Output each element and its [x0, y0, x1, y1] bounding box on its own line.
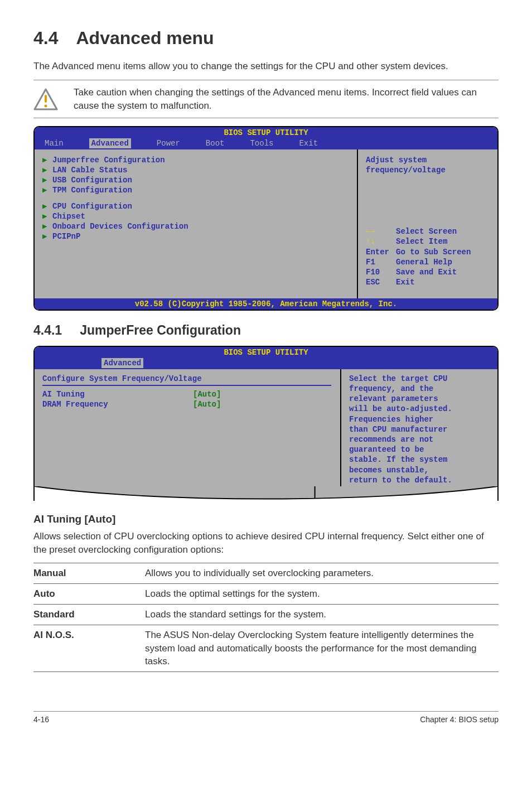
play-icon: ▶ — [42, 221, 50, 231]
key-desc: Go to Sub Screen — [396, 248, 471, 257]
bios-copyright: v02.58 (C)Copyright 1985-2006, American … — [35, 298, 497, 310]
opt-val: Allows you to individually set overclock… — [145, 563, 499, 584]
caution-text: Take caution when changing the settings … — [74, 86, 499, 113]
bios-help-line: recommends are not — [349, 434, 490, 445]
bios-help-line: guaranteed to be — [349, 445, 490, 455]
table-row: Standard Loads the standard settings for… — [33, 605, 499, 625]
intro-paragraph: The Advanced menu items allow you to cha… — [33, 60, 499, 73]
menu-power: Power — [157, 138, 191, 148]
bios-help-line: Select the target CPU — [349, 374, 490, 384]
bios-item: LAN Cable Status — [52, 165, 127, 175]
subsection-title: 4.4.1JumperFree Configuration — [33, 323, 499, 338]
play-icon: ▶ — [42, 165, 50, 175]
bios-help-line: than CPU manufacturer — [349, 424, 490, 434]
subsection-name: JumperFree Configuration — [80, 323, 241, 337]
bios-panel-header: Configure System Frequency/Voltage — [42, 374, 331, 384]
play-icon: ▶ — [42, 155, 50, 165]
ai-tuning-heading: AI Tuning [Auto] — [33, 513, 499, 525]
key-desc: Select Item — [396, 237, 447, 246]
bios-help-line: return to the default. — [349, 475, 490, 485]
bios-title: BIOS SETUP UTILITY — [35, 347, 497, 357]
play-icon: ▶ — [42, 201, 50, 211]
section-title: 4.4Advanced menu — [33, 28, 499, 49]
key-desc: General Help — [396, 258, 452, 267]
key-desc: Save and Exit — [396, 268, 457, 277]
key-f10: F10 — [366, 267, 396, 277]
menu-advanced: Advanced — [101, 358, 143, 368]
page-footer: 4-16 Chapter 4: BIOS setup — [33, 711, 499, 724]
bios-help-line: Frequencies higher — [349, 414, 490, 424]
bios-item: Onboard Devices Configuration — [52, 221, 188, 231]
opt-val: The ASUS Non-delay Overclocking System f… — [145, 625, 499, 671]
menu-exit: Exit — [299, 138, 329, 148]
page-number: 4-16 — [33, 715, 49, 724]
bios-item: PCIPnP — [52, 231, 80, 241]
bios-menubar: Advanced — [35, 358, 497, 369]
bios-item-value: [Auto] — [193, 389, 221, 399]
key-arrows-lr: ←→ — [366, 226, 396, 236]
opt-key: Manual — [33, 563, 145, 584]
play-icon: ▶ — [42, 185, 50, 195]
table-row: AI N.O.S. The ASUS Non-delay Overclockin… — [33, 625, 499, 671]
caution-callout: Take caution when changing the settings … — [33, 80, 499, 118]
menu-main: Main — [45, 138, 75, 148]
ai-tuning-desc: Allows selection of CPU overclocking opt… — [33, 530, 499, 557]
bios-item: TPM Configuration — [52, 185, 132, 195]
bios-help-line: frequency, and the — [349, 384, 490, 394]
bios-hint-line: Adjust system — [366, 155, 490, 165]
bios-item: USB Configuration — [52, 175, 132, 185]
bios-help-line: relevant parameters — [349, 394, 490, 404]
menu-tools: Tools — [250, 138, 284, 148]
bios-title: BIOS SETUP UTILITY — [35, 127, 497, 138]
play-icon: ▶ — [42, 231, 50, 241]
bios-advanced-screenshot: BIOS SETUP UTILITY Main Advanced Power B… — [33, 126, 499, 311]
opt-key: Auto — [33, 584, 145, 605]
bios-jumperfree-screenshot: BIOS SETUP UTILITY Advanced Configure Sy… — [33, 346, 499, 500]
table-row: Auto Loads the optimal settings for the … — [33, 584, 499, 605]
key-f1: F1 — [366, 257, 396, 267]
key-esc: ESC — [366, 277, 396, 287]
bios-curve-cut — [35, 486, 497, 501]
bios-item: CPU Configuration — [52, 201, 132, 211]
bios-item-label: DRAM Frequency — [42, 399, 193, 409]
bios-help-line: will be auto-adjusted. — [349, 404, 490, 414]
key-desc: Select Screen — [396, 227, 457, 236]
opt-key: AI N.O.S. — [33, 625, 145, 671]
opt-val: Loads the standard settings for the syst… — [145, 605, 499, 625]
bios-left-panel: Configure System Frequency/Voltage AI Tu… — [35, 369, 341, 486]
section-name: Advanced menu — [76, 28, 214, 48]
table-row: Manual Allows you to individually set ov… — [33, 563, 499, 584]
chapter-label: Chapter 4: BIOS setup — [420, 715, 499, 724]
bios-help-line: stable. If the system — [349, 455, 490, 465]
menu-boot: Boot — [206, 138, 236, 148]
bios-menubar: Main Advanced Power Boot Tools Exit — [35, 138, 497, 149]
svg-rect-1 — [45, 95, 47, 103]
section-number: 4.4 — [33, 28, 58, 48]
subsection-number: 4.4.1 — [33, 323, 62, 337]
bios-right-panel: Select the target CPU frequency, and the… — [341, 369, 497, 486]
bios-item: Chipset — [52, 211, 85, 221]
key-arrows-ud: ↑↓ — [366, 236, 396, 247]
warning-icon — [33, 88, 58, 110]
menu-advanced: Advanced — [89, 138, 131, 148]
bios-item-value: [Auto] — [193, 399, 221, 409]
bios-right-panel: Adjust system frequency/voltage ←→Select… — [358, 149, 497, 299]
play-icon: ▶ — [42, 175, 50, 185]
key-desc: Exit — [396, 278, 415, 287]
bios-item-label: AI Tuning — [42, 389, 193, 399]
ai-tuning-options-table: Manual Allows you to individually set ov… — [33, 563, 499, 672]
svg-point-2 — [45, 104, 47, 107]
bios-hint-line: frequency/voltage — [366, 165, 490, 175]
bios-left-panel: ▶Jumperfree Configuration ▶LAN Cable Sta… — [35, 149, 358, 299]
key-enter: Enter — [366, 247, 396, 257]
bios-help-line: becomes unstable, — [349, 465, 490, 475]
bios-item: Jumperfree Configuration — [52, 155, 165, 165]
play-icon: ▶ — [42, 211, 50, 221]
opt-val: Loads the optimal settings for the syste… — [145, 584, 499, 605]
opt-key: Standard — [33, 605, 145, 625]
